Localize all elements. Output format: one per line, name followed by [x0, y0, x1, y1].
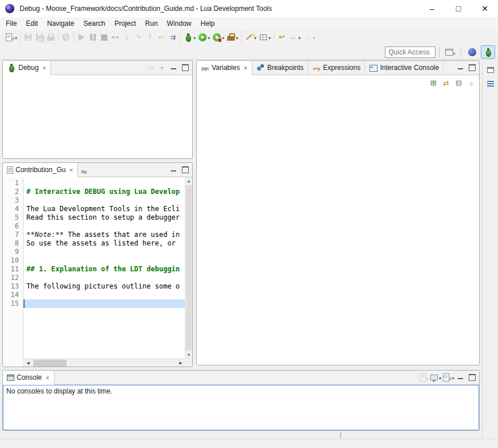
last-edit-location-button[interactable]	[276, 32, 287, 42]
console-output[interactable]: No consoles to display at this time.	[3, 385, 479, 430]
tab-breakpoints[interactable]: Breakpoints	[252, 61, 308, 75]
code-line[interactable]	[24, 222, 185, 231]
maximize-view-button[interactable]	[180, 63, 190, 73]
back-button[interactable]	[287, 32, 302, 42]
line-number: 5	[3, 213, 23, 222]
vertical-scrollbar-thumb[interactable]	[186, 185, 192, 350]
minimize-view-button[interactable]	[168, 63, 179, 73]
scroll-left-icon[interactable]: ◀	[24, 361, 32, 365]
scroll-down-icon[interactable]: ▼	[185, 351, 192, 359]
close-tab-icon[interactable]	[41, 64, 46, 72]
back-dropdown-icon[interactable]	[298, 33, 301, 41]
variables-table[interactable]	[197, 75, 479, 365]
editor-horizontal-scrollbar[interactable]: ◀ ▶	[24, 359, 185, 367]
menu-search[interactable]: Search	[79, 17, 110, 30]
code-line[interactable]	[24, 179, 185, 188]
editor-text-area[interactable]: # Interactive DEBUG using Lua Develop Th…	[24, 177, 185, 359]
line-number: 2	[3, 188, 23, 196]
display-selected-console-button[interactable]	[430, 372, 441, 383]
maximize-view-button[interactable]	[180, 165, 190, 176]
display-console-dropdown-icon[interactable]	[438, 373, 441, 381]
menu-edit[interactable]: Edit	[21, 17, 42, 30]
code-segment: So use the assets as listed here, or	[26, 239, 180, 247]
open-task-button[interactable]	[243, 32, 258, 42]
debug-button[interactable]	[182, 32, 197, 42]
coverage-button[interactable]	[211, 32, 225, 42]
code-line[interactable]	[24, 274, 185, 282]
quick-access-box[interactable]: Quick Access	[385, 46, 435, 58]
lua-perspective-button[interactable]	[465, 45, 479, 59]
minimize-view-button[interactable]	[168, 165, 179, 176]
debug-perspective-button[interactable]	[481, 45, 495, 59]
external-tools-button[interactable]	[225, 32, 239, 42]
open-perspective-button[interactable]	[443, 45, 457, 59]
maximize-view-button[interactable]	[466, 372, 477, 383]
last-edit-location-icon	[277, 33, 286, 42]
code-line[interactable]	[24, 248, 185, 256]
scroll-right-icon[interactable]: ▶	[177, 361, 185, 365]
maximize-view-button[interactable]	[466, 63, 477, 73]
code-line[interactable]: So use the assets as listed here, or	[24, 239, 185, 248]
new-wizard-button[interactable]	[3, 32, 18, 42]
view-menu-button[interactable]	[466, 77, 477, 88]
minimize-view-button[interactable]	[455, 63, 466, 73]
run-dropdown-icon[interactable]	[207, 33, 210, 41]
current-code-line[interactable]	[24, 299, 185, 308]
close-tab-icon[interactable]	[44, 373, 50, 381]
run-button[interactable]	[197, 32, 211, 42]
console-actions	[418, 371, 479, 384]
code-line[interactable]	[24, 291, 185, 299]
editor-tab-overflow[interactable]: » 5	[78, 163, 90, 177]
tab-label: Expressions	[323, 64, 360, 72]
scroll-up-icon[interactable]: ▲	[185, 177, 192, 185]
code-line[interactable]: **Note:** The assets that are used in	[24, 231, 185, 239]
show-type-names-button[interactable]	[428, 77, 439, 88]
minimize-window-button[interactable]: –	[419, 0, 445, 17]
perspective-bar: Quick Access	[0, 45, 498, 60]
code-line[interactable]: The Lua Development Tools in the Ecli	[24, 205, 185, 213]
tab-interactive-console[interactable]: Interactive Console	[365, 61, 443, 75]
show-logical-structure-button[interactable]	[441, 77, 452, 88]
code-line[interactable]: Read this section to setup a debugger	[24, 213, 185, 222]
tab-contribution-guide[interactable]: Contribution_Gu	[3, 163, 78, 177]
code-line[interactable]: # Interactive DEBUG using Lua Develop	[24, 188, 185, 196]
forward-dropdown-icon[interactable]	[312, 33, 315, 41]
debug-bug-icon	[484, 48, 493, 57]
close-window-button[interactable]: ✕	[472, 0, 498, 17]
new-table-button[interactable]	[258, 32, 272, 42]
tab-console[interactable]: Console	[3, 371, 55, 385]
menu-run[interactable]: Run	[141, 17, 162, 30]
use-step-filters-button[interactable]	[167, 32, 178, 42]
sash-grip-handle[interactable]	[340, 432, 341, 433]
external-tools-dropdown-icon[interactable]	[235, 33, 238, 41]
menu-file[interactable]: File	[1, 17, 21, 30]
close-tab-icon[interactable]	[68, 166, 73, 174]
menu-navigate[interactable]: Navigate	[42, 17, 79, 30]
app-logo-icon	[5, 4, 14, 13]
maximize-window-button[interactable]: □	[445, 0, 472, 17]
horizontal-scrollbar-thumb[interactable]	[33, 360, 67, 367]
tab-debug[interactable]: Debug	[3, 61, 51, 75]
debug-dropdown-icon[interactable]	[193, 33, 196, 41]
debug-tree[interactable]	[3, 75, 192, 158]
restore-minimized-view-button[interactable]	[484, 64, 497, 76]
close-tab-icon[interactable]	[242, 64, 248, 72]
view-menu-button[interactable]	[157, 63, 168, 73]
tab-expressions[interactable]: Expressions	[308, 61, 365, 75]
code-line[interactable]	[24, 196, 185, 205]
new-wizard-icon	[6, 33, 12, 41]
new-table-dropdown-icon[interactable]	[268, 33, 271, 41]
collapse-all-button[interactable]	[453, 77, 464, 88]
code-line[interactable]	[24, 256, 185, 265]
menu-help[interactable]: Help	[196, 17, 220, 30]
minimize-view-button[interactable]	[455, 372, 466, 383]
outline-view-button[interactable]	[484, 77, 497, 90]
editor-vertical-scrollbar[interactable]: ▲ ▼	[185, 177, 192, 359]
code-line[interactable]: The following pictures outline some o	[24, 282, 185, 291]
menu-project[interactable]: Project	[110, 17, 140, 30]
open-console-button[interactable]	[442, 372, 454, 383]
code-line[interactable]: ## 1. Explanation of the LDT debuggin	[24, 265, 185, 274]
menu-window[interactable]: Window	[162, 17, 196, 30]
open-task-dropdown-icon[interactable]	[254, 33, 256, 41]
tab-variables[interactable]: Variables	[197, 61, 252, 75]
